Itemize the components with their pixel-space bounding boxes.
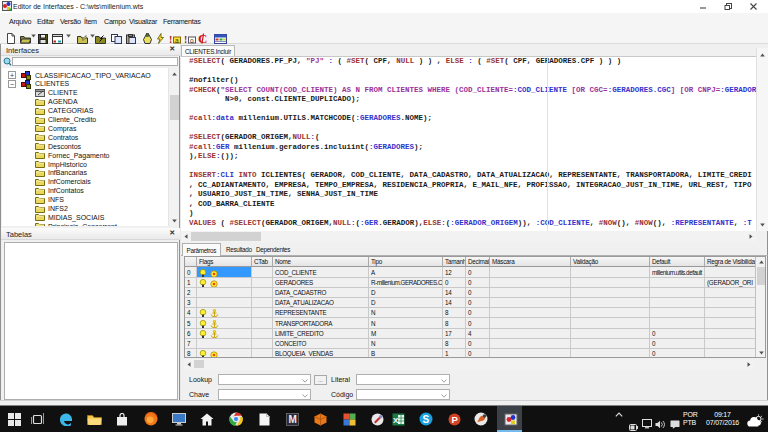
svg-text:P: P xyxy=(451,414,458,425)
svg-text:!: ! xyxy=(169,34,172,44)
svg-text:o: o xyxy=(190,37,194,44)
svg-text:X: X xyxy=(393,416,399,425)
svg-text:a: a xyxy=(175,37,179,44)
svg-text:!: ! xyxy=(184,34,187,44)
svg-text:M: M xyxy=(288,414,296,425)
svg-text:S: S xyxy=(422,414,429,425)
